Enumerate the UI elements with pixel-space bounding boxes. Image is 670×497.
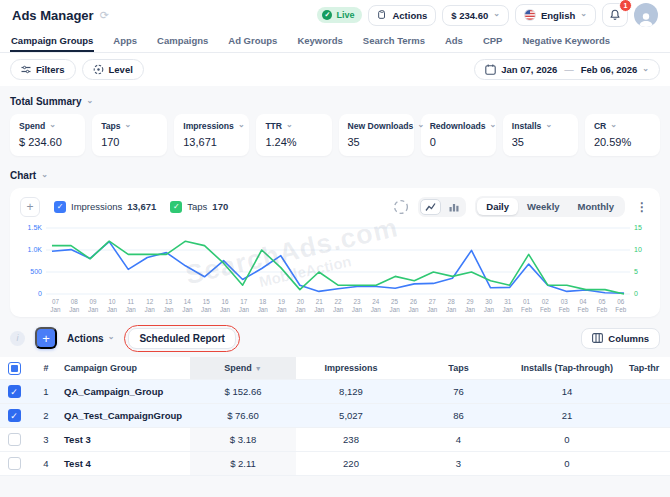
metric-card-new-downloads[interactable]: New Downloads⌄35	[339, 114, 414, 156]
table-row[interactable]: ✓1QA_Campaign_Group$ 152.668,1297614	[0, 380, 670, 404]
chevron-down-icon[interactable]: ⌄	[545, 121, 552, 129]
columns-button[interactable]: Columns	[581, 328, 660, 349]
metric-label: Installs⌄	[512, 121, 569, 131]
granularity-toggle: DailyWeeklyMonthly	[475, 196, 625, 217]
tab-search-terms[interactable]: Search Terms	[362, 30, 426, 52]
col-header-campaign-group[interactable]: Campaign Group	[64, 357, 190, 379]
row-checkbox[interactable]: ✓	[8, 385, 21, 398]
tab-apps[interactable]: Apps	[112, 30, 138, 52]
y-tick: 500	[30, 268, 42, 275]
refresh-icon[interactable]: ⟳	[100, 9, 109, 22]
col-header-impressions[interactable]: Impressions	[296, 357, 406, 379]
line-chart-icon	[425, 202, 436, 212]
tab-campaigns[interactable]: Campaigns	[156, 30, 209, 52]
x-tick: 14Jan	[178, 298, 197, 313]
granularity-weekly[interactable]: Weekly	[518, 198, 569, 215]
cell-campaign-group[interactable]: QA_Campaign_Group	[64, 380, 190, 403]
cell-tap-through	[623, 428, 670, 451]
tab-ads[interactable]: Ads	[444, 30, 464, 52]
table-actions-dropdown[interactable]: Actions ⌄	[67, 333, 114, 344]
metric-card-installs[interactable]: Installs⌄35	[503, 114, 578, 156]
line-chart-button[interactable]	[420, 199, 441, 215]
chevron-down-icon: ⌄	[87, 97, 94, 105]
avatar[interactable]	[634, 3, 658, 27]
campaign-groups-table: # Campaign Group Spend ▼ Impressions Tap…	[0, 357, 670, 476]
cell-campaign-group[interactable]: Test 3	[64, 428, 190, 451]
chevron-down-icon[interactable]: ⌄	[286, 121, 293, 129]
total-summary-toggle[interactable]: Total Summary ⌄	[10, 96, 660, 107]
granularity-daily[interactable]: Daily	[477, 198, 518, 215]
row-checkbox[interactable]	[8, 457, 21, 470]
level-button[interactable]: Level	[82, 59, 144, 80]
cell-campaign-group[interactable]: Test 4	[64, 452, 190, 475]
chart-plot[interactable]	[46, 226, 630, 296]
page-title: Ads Manager	[12, 8, 94, 23]
language-dropdown[interactable]: English ⌄	[515, 4, 596, 26]
x-tick: 08Jan	[65, 298, 84, 313]
table-row[interactable]: ✓2QA_Test_CampaignGroup$ 76.605,0278621	[0, 404, 670, 428]
chevron-down-icon[interactable]: ⌄	[417, 121, 424, 129]
table-row[interactable]: 3Test 3$ 3.1823840	[0, 428, 670, 452]
cell-taps: 4	[406, 428, 511, 451]
add-campaign-group-button[interactable]: +	[35, 327, 57, 349]
fullscreen-icon[interactable]	[393, 199, 409, 215]
date-range-picker[interactable]: Jan 07, 2026 — Feb 06, 2026 ⌄	[474, 59, 660, 80]
legend-item-taps[interactable]: ✓Taps 170	[170, 201, 228, 213]
col-header-spend[interactable]: Spend ▼	[190, 357, 296, 379]
tab-negative-keywords[interactable]: Negative Keywords	[521, 30, 611, 52]
summary-cards: Spend⌄$ 234.60Taps⌄170Impressions⌄13,671…	[10, 114, 660, 156]
balance-dropdown[interactable]: $ 234.60 ⌄	[442, 5, 509, 26]
metric-card-impressions[interactable]: Impressions⌄13,671	[174, 114, 249, 156]
row-checkbox[interactable]: ✓	[8, 409, 21, 422]
metric-card-ttr[interactable]: TTR⌄1.24%	[256, 114, 331, 156]
metric-label: CR⌄	[594, 121, 651, 131]
sort-desc-icon: ▼	[255, 365, 262, 372]
kebab-menu-icon[interactable]: ⋮	[634, 200, 650, 214]
tab-campaign-groups[interactable]: Campaign Groups	[10, 30, 94, 52]
select-all-checkbox[interactable]	[8, 362, 21, 375]
chevron-down-icon[interactable]: ⌄	[610, 121, 617, 129]
metric-card-spend[interactable]: Spend⌄$ 234.60	[10, 114, 85, 156]
x-tick: 16Jan	[216, 298, 235, 313]
legend-value: 13,671	[127, 201, 156, 212]
date-end: Feb 06, 2026	[581, 64, 638, 75]
metric-card-cr[interactable]: CR⌄20.59%	[585, 114, 660, 156]
y-tick: 0	[634, 290, 638, 297]
target-icon	[93, 64, 104, 75]
date-start: Jan 07, 2026	[501, 64, 557, 75]
cell-installs: 0	[511, 452, 623, 475]
notifications-button[interactable]: 1	[602, 3, 628, 27]
chevron-down-icon[interactable]: ⌄	[238, 121, 245, 129]
x-tick: 17Jan	[234, 298, 253, 313]
metric-label: Redownloads⌄	[430, 121, 487, 131]
row-checkbox[interactable]	[8, 433, 21, 446]
col-header-tap-through[interactable]: Tap-thr	[623, 357, 670, 379]
col-header-installs[interactable]: Installs (Tap-through)	[511, 357, 623, 379]
bar-chart-button[interactable]	[443, 199, 464, 215]
tab-keywords[interactable]: Keywords	[296, 30, 343, 52]
legend-item-impressions[interactable]: ✓Impressions 13,671	[54, 201, 156, 213]
chevron-down-icon[interactable]: ⌄	[49, 121, 56, 129]
table-row[interactable]: 4Test 4$ 2.1122030	[0, 452, 670, 476]
granularity-monthly[interactable]: Monthly	[569, 198, 623, 215]
cell-campaign-group[interactable]: QA_Test_CampaignGroup	[64, 404, 190, 427]
chevron-down-icon[interactable]: ⌄	[125, 121, 132, 129]
y-tick: 10	[634, 246, 642, 253]
add-metric-button[interactable]: +	[20, 197, 40, 217]
col-header-taps[interactable]: Taps	[406, 357, 511, 379]
chart-toggle[interactable]: Chart ⌄	[10, 170, 660, 181]
x-tick: 20Jan	[291, 298, 310, 313]
info-icon: i	[10, 331, 25, 346]
metric-card-redownloads[interactable]: Redownloads⌄0	[421, 114, 496, 156]
tab-cpp[interactable]: CPP	[482, 30, 504, 52]
tab-ad-groups[interactable]: Ad Groups	[227, 30, 278, 52]
scheduled-report-button[interactable]: Scheduled Report	[128, 328, 236, 349]
filters-button[interactable]: Filters	[10, 59, 76, 80]
right-y-axis: 151050	[630, 226, 650, 296]
cell-spend: $ 76.60	[190, 404, 296, 427]
actions-button[interactable]: Actions	[368, 5, 436, 26]
col-header-num[interactable]: #	[28, 357, 64, 379]
bar-chart-icon	[449, 202, 459, 212]
chevron-down-icon[interactable]: ⌄	[490, 121, 497, 129]
metric-card-taps[interactable]: Taps⌄170	[92, 114, 167, 156]
